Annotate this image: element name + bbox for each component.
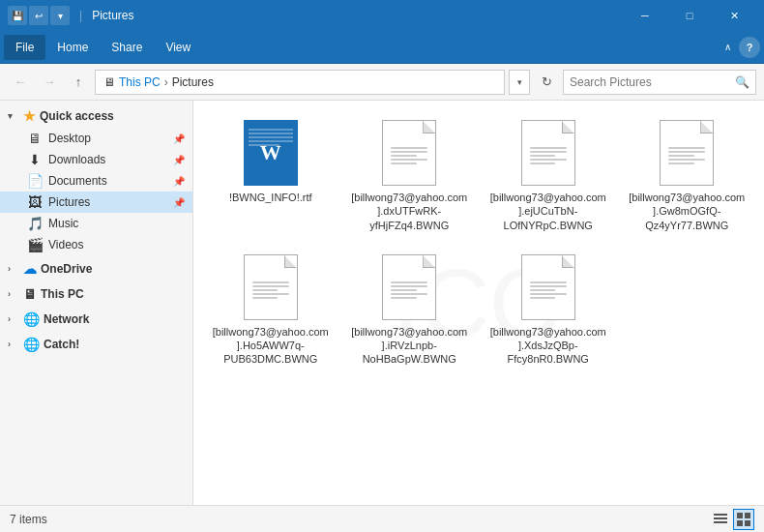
catch-icon: 🌐: [23, 337, 40, 352]
catch-label: Catch!: [44, 338, 79, 351]
quick-save-button[interactable]: 💾: [8, 6, 27, 25]
bwng-lines-5: [383, 270, 435, 305]
sidebar-header-network[interactable]: › 🌐 Network: [0, 308, 192, 331]
file-icon-bwng5-wrapper: [375, 253, 443, 321]
bwng-icon-6: [521, 254, 575, 320]
quick-undo-button[interactable]: ↩: [29, 6, 48, 25]
sidebar-item-downloads[interactable]: ⬇ Downloads 📌: [0, 149, 192, 170]
breadcrumb-dropdown[interactable]: ▾: [509, 70, 530, 95]
file-name-bwng4: [billwong73@yahoo.com].Ho5AWW7q-PUB63DMC…: [213, 325, 329, 367]
window-title: Pictures: [92, 9, 133, 22]
menu-share[interactable]: Share: [100, 35, 154, 60]
documents-icon: 📄: [27, 173, 43, 189]
rtf-icon: W: [244, 120, 298, 186]
sidebar-section-thispc: › 🖥 This PC: [0, 282, 192, 306]
forward-button[interactable]: →: [37, 70, 62, 95]
breadcrumb-icon: 🖥: [103, 75, 115, 89]
search-box[interactable]: 🔍: [563, 70, 756, 95]
file-name-bwng1: [billwong73@yahoo.com].dxUTFwRK-yfHjFZq4…: [351, 191, 467, 232]
file-item-bwng4[interactable]: [billwong73@yahoo.com].Ho5AWW7q-PUB63DMC…: [205, 247, 337, 373]
file-item-bwng5[interactable]: [billwong73@yahoo.com].iRVzLnpb-NoHBaGpW…: [344, 247, 476, 373]
expand-catch-icon: ›: [8, 340, 19, 349]
bwng-lines-4: [245, 270, 297, 305]
maximize-button[interactable]: □: [667, 0, 712, 31]
sidebar-item-desktop-label: Desktop: [48, 132, 91, 145]
svg-rect-4: [745, 513, 750, 518]
file-item-bwng6[interactable]: [billwong73@yahoo.com].XdsJzQBp-Ffcy8nR0…: [483, 247, 614, 373]
file-icon-bwng1-wrapper: [375, 119, 443, 187]
large-icons-view-button[interactable]: [733, 509, 754, 530]
onedrive-label: OneDrive: [41, 262, 92, 276]
expand-icon: ▾: [8, 111, 19, 121]
svg-rect-2: [714, 521, 727, 523]
file-item-bwng3[interactable]: [billwong73@yahoo.com].Gw8mOGfQ-Qz4yYr77…: [622, 112, 753, 239]
file-name-rtf: !BWNG_INFO!.rtf: [229, 191, 312, 204]
help-button[interactable]: ?: [739, 37, 760, 58]
quick-dropdown-button[interactable]: ▾: [50, 6, 70, 25]
computer-icon: 🖥: [23, 286, 37, 302]
file-name-bwng3: [billwong73@yahoo.com].Gw8mOGfQ-Qz4yYr77…: [629, 191, 745, 232]
sidebar-item-videos-label: Videos: [48, 238, 83, 251]
sidebar-section-catch: › 🌐 Catch!: [0, 333, 192, 356]
bwng-lines-3: [661, 135, 713, 170]
svg-rect-6: [745, 520, 750, 526]
breadcrumb[interactable]: 🖥 This PC › Pictures: [95, 70, 505, 95]
sidebar-item-documents[interactable]: 📄 Documents 📌: [0, 170, 192, 192]
sidebar-header-catch[interactable]: › 🌐 Catch!: [0, 333, 192, 356]
sidebar-item-videos[interactable]: 🎬 Videos: [0, 234, 192, 255]
close-button[interactable]: ✕: [712, 0, 756, 31]
up-button[interactable]: ↑: [66, 70, 91, 95]
ribbon-collapse-button[interactable]: ∧: [720, 38, 735, 56]
bwng-icon-1: [382, 120, 436, 186]
sidebar-item-desktop[interactable]: 🖥 Desktop 📌: [0, 128, 192, 149]
file-item-bwng1[interactable]: [billwong73@yahoo.com].dxUTFwRK-yfHjFZq4…: [344, 112, 476, 239]
music-icon: 🎵: [27, 216, 43, 231]
view-buttons: [710, 509, 754, 530]
sidebar-header-thispc[interactable]: › 🖥 This PC: [0, 282, 192, 306]
rtf-icon-inner: W: [245, 121, 297, 185]
bwng-lines-2: [522, 135, 574, 170]
breadcrumb-thispc[interactable]: This PC: [119, 75, 161, 89]
network-icon: 🌐: [23, 311, 40, 327]
status-bar: 7 items: [0, 505, 764, 532]
search-icon: 🔍: [735, 75, 749, 89]
bwng-icon-3: [660, 120, 714, 186]
sidebar-item-music[interactable]: 🎵 Music: [0, 213, 192, 234]
expand-thispc-icon: ›: [8, 289, 19, 299]
pin-icon: 📌: [173, 133, 185, 144]
window-controls: ─ □ ✕: [623, 0, 756, 31]
pin-icon-documents: 📌: [173, 176, 185, 187]
cloud-icon: ☁: [23, 261, 37, 277]
star-icon: ★: [23, 108, 36, 124]
file-name-bwng2: [billwong73@yahoo.com].ejUCuTbN-LOfNYRpC…: [490, 191, 606, 232]
refresh-button[interactable]: ↻: [534, 70, 559, 95]
sidebar-header-onedrive[interactable]: › ☁ OneDrive: [0, 257, 192, 281]
sidebar-header-quickaccess[interactable]: ▾ ★ Quick access: [0, 104, 192, 128]
bwng-icon-5: [382, 254, 436, 320]
menu-view[interactable]: View: [154, 35, 202, 60]
pictures-icon: 🖼: [27, 194, 43, 210]
menu-home[interactable]: Home: [45, 35, 100, 60]
file-icon-bwng3-wrapper: [653, 119, 720, 187]
file-item-bwng2[interactable]: [billwong73@yahoo.com].ejUCuTbN-LOfNYRpC…: [483, 112, 614, 239]
breadcrumb-pictures[interactable]: Pictures: [172, 75, 214, 89]
sidebar-item-music-label: Music: [48, 217, 78, 230]
files-grid: W !BWNG_INFO!.rtf: [201, 108, 756, 377]
details-view-button[interactable]: [710, 509, 731, 530]
sidebar-item-downloads-label: Downloads: [48, 153, 105, 166]
file-item-rtf[interactable]: W !BWNG_INFO!.rtf: [205, 112, 337, 239]
quick-access-toolbar: 💾 ↩ ▾: [8, 6, 70, 25]
svg-rect-0: [714, 514, 727, 516]
title-bar: 💾 ↩ ▾ | Pictures ─ □ ✕: [0, 0, 764, 31]
sidebar-item-pictures[interactable]: 🖼 Pictures 📌: [0, 192, 192, 213]
file-icon-bwng2-wrapper: [514, 119, 582, 187]
address-bar: ← → ↑ 🖥 This PC › Pictures ▾ ↻ 🔍: [0, 64, 764, 101]
main-area: ▾ ★ Quick access 🖥 Desktop 📌 ⬇ Downloads…: [0, 101, 764, 505]
bwng-icon-4: [244, 254, 298, 320]
sidebar-item-documents-label: Documents: [48, 174, 107, 188]
menu-file[interactable]: File: [4, 35, 45, 60]
file-area: ICO W: [193, 101, 764, 505]
search-input[interactable]: [570, 75, 731, 89]
minimize-button[interactable]: ─: [623, 0, 667, 31]
back-button[interactable]: ←: [8, 70, 33, 95]
